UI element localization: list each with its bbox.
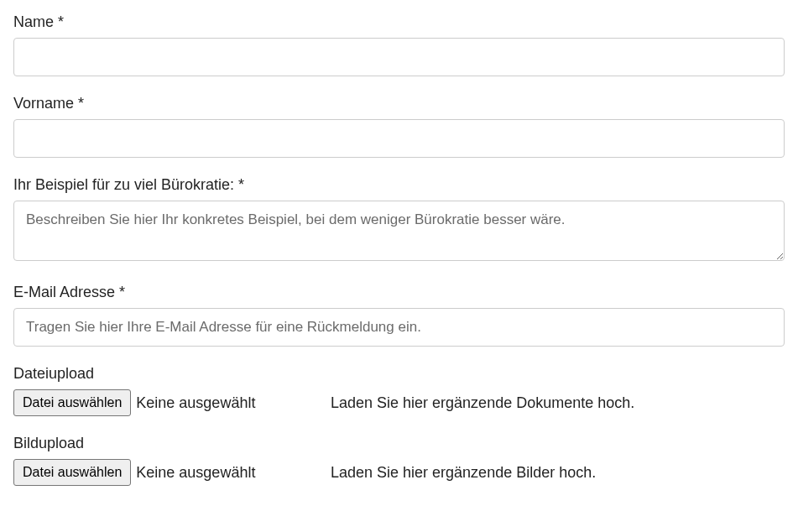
dateiupload-row: Datei auswählen Keine ausgewählt Laden S… — [13, 389, 785, 416]
dateiupload-hint: Laden Sie hier ergänzende Dokumente hoch… — [331, 394, 634, 412]
name-group: Name * — [13, 13, 785, 76]
dateiupload-left: Datei auswählen Keine ausgewählt — [13, 389, 316, 416]
name-input[interactable] — [13, 38, 785, 76]
dateiupload-status: Keine ausgewählt — [136, 394, 255, 412]
bildupload-status: Keine ausgewählt — [136, 464, 255, 482]
bildupload-hint: Laden Sie hier ergänzende Bilder hoch. — [331, 464, 596, 482]
bildupload-row: Datei auswählen Keine ausgewählt Laden S… — [13, 459, 785, 486]
vorname-group: Vorname * — [13, 95, 785, 158]
vorname-label: Vorname * — [13, 95, 785, 112]
bildupload-button[interactable]: Datei auswählen — [13, 459, 131, 486]
dateiupload-label: Dateiupload — [13, 365, 785, 383]
dateiupload-button[interactable]: Datei auswählen — [13, 389, 131, 416]
beispiel-group: Ihr Beispiel für zu viel Bürokratie: * — [13, 176, 785, 265]
vorname-input[interactable] — [13, 119, 785, 158]
bildupload-left: Datei auswählen Keine ausgewählt — [13, 459, 316, 486]
bildupload-label: Bildupload — [13, 435, 785, 452]
beispiel-label: Ihr Beispiel für zu viel Bürokratie: * — [13, 176, 785, 194]
beispiel-textarea[interactable] — [13, 201, 785, 261]
bildupload-group: Bildupload Datei auswählen Keine ausgewä… — [13, 435, 785, 486]
email-group: E-Mail Adresse * — [13, 284, 785, 347]
email-input[interactable] — [13, 308, 785, 347]
email-label: E-Mail Adresse * — [13, 284, 785, 301]
name-label: Name * — [13, 13, 785, 31]
dateiupload-group: Dateiupload Datei auswählen Keine ausgew… — [13, 365, 785, 416]
